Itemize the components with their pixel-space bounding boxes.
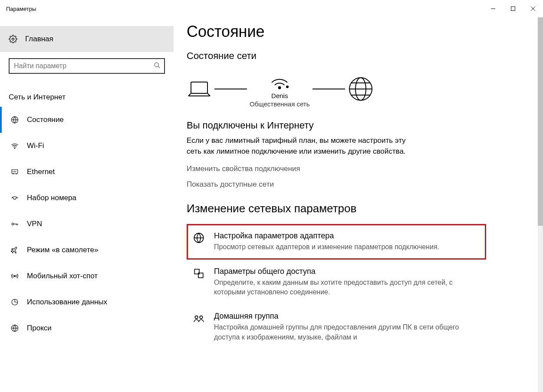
maximize-button[interactable] (503, 2, 523, 16)
nav-item-data-usage[interactable]: Использование данных (0, 289, 174, 315)
svg-line-6 (158, 66, 160, 68)
nav-item-vpn[interactable]: VPN (0, 211, 174, 237)
laptop-icon (187, 79, 212, 99)
nav-item-label: Набор номера (27, 194, 76, 202)
network-name: Denis (271, 92, 288, 99)
connected-heading: Вы подключены к Интернету (187, 120, 530, 131)
globe-icon (10, 116, 19, 124)
network-diagram: Denis Общественная сеть (187, 70, 530, 108)
search-icon (154, 62, 161, 70)
nav-item-label: Режим «в самолете» (27, 246, 98, 254)
page-title: Состояние (187, 23, 530, 41)
minimize-icon (490, 6, 496, 11)
proxy-icon (10, 324, 19, 332)
sidebar: Главная Сеть и Интернет Состояние (0, 17, 174, 392)
titlebar: Параметры (0, 0, 543, 17)
gear-icon (9, 35, 17, 43)
svg-point-9 (14, 148, 15, 149)
connection-line (313, 89, 345, 89)
option-adapter-settings[interactable]: Настройка параметров адаптера Просмотр с… (187, 224, 486, 259)
close-icon (530, 6, 536, 11)
search-input[interactable] (9, 58, 165, 74)
change-settings-heading: Изменение сетевых параметров (187, 202, 530, 215)
adapter-icon (192, 231, 205, 252)
nav-items: Состояние Wi-Fi Ethernet Набор номера (0, 107, 174, 341)
svg-point-32 (200, 316, 203, 319)
search-row (0, 52, 174, 80)
wifi-icon (10, 142, 19, 150)
vpn-icon (10, 220, 19, 228)
nav-item-ethernet[interactable]: Ethernet (0, 159, 174, 185)
maximize-icon (510, 6, 516, 11)
nav-item-label: Прокси (27, 324, 52, 333)
svg-point-16 (12, 223, 14, 225)
nav-item-label: Ethernet (27, 168, 55, 176)
option-desc: Просмотр сетевых адаптеров и изменение п… (214, 242, 480, 252)
option-desc: Настройка домашней группы для предоставл… (214, 323, 480, 342)
connection-line (214, 89, 247, 89)
option-homegroup[interactable]: Домашняя группа Настройка домашней групп… (187, 304, 486, 349)
data-usage-icon (10, 298, 19, 306)
svg-rect-1 (511, 7, 515, 11)
svg-point-31 (195, 316, 198, 319)
nav-item-status[interactable]: Состояние (0, 107, 174, 133)
nav-item-label: Wi-Fi (27, 142, 44, 150)
homegroup-icon (192, 312, 205, 342)
svg-point-22 (279, 87, 281, 89)
nav-item-label: Состояние (27, 115, 64, 124)
svg-point-23 (286, 86, 289, 88)
option-sharing-settings[interactable]: Параметры общего доступа Определите, к к… (187, 260, 486, 305)
link-change-connection-properties[interactable]: Изменить свойства подключения (187, 165, 530, 173)
scrollbar-thumb[interactable] (538, 17, 543, 226)
network-type: Общественная сеть (250, 100, 310, 108)
option-title: Настройка параметров адаптера (214, 231, 480, 240)
scrollbar[interactable] (538, 17, 543, 392)
airplane-icon (10, 246, 19, 254)
nav-item-label: VPN (27, 220, 42, 228)
globe-large-icon (348, 76, 374, 102)
main-content: Состояние Состояние сети Denis Обществен… (174, 17, 543, 392)
nav-item-dialup[interactable]: Набор номера (0, 185, 174, 211)
svg-point-5 (155, 63, 158, 67)
close-button[interactable] (523, 2, 543, 16)
connected-description: Если у вас лимитный тарифный план, вы мо… (187, 135, 412, 157)
nav-item-airplane[interactable]: Режим «в самолете» (0, 237, 174, 263)
nav-item-hotspot[interactable]: Мобильный хот-спот (0, 263, 174, 289)
svg-point-4 (12, 38, 14, 40)
nav-item-label: Использование данных (27, 298, 107, 306)
option-title: Параметры общего доступа (214, 267, 480, 276)
dialup-icon (10, 194, 19, 202)
nav-item-label: Мобильный хот-спот (27, 272, 98, 280)
window-title: Параметры (6, 6, 36, 12)
hotspot-icon (10, 272, 19, 280)
svg-point-17 (14, 276, 16, 277)
option-title: Домашняя группа (214, 312, 480, 321)
option-desc: Определите, к каким данным вы хотите пре… (214, 278, 480, 297)
nav-home[interactable]: Главная (0, 26, 174, 52)
sidebar-section-title: Сеть и Интернет (0, 80, 174, 107)
ethernet-icon (10, 168, 19, 176)
svg-rect-10 (12, 170, 18, 174)
svg-rect-21 (191, 82, 207, 93)
nav-item-proxy[interactable]: Прокси (0, 315, 174, 341)
nav-home-label: Главная (25, 35, 53, 43)
minimize-button[interactable] (483, 2, 503, 16)
wifi-signal-icon (269, 70, 290, 89)
link-show-available-networks[interactable]: Показать доступные сети (187, 180, 530, 189)
network-status-heading: Состояние сети (187, 50, 530, 62)
nav-item-wifi[interactable]: Wi-Fi (0, 133, 174, 159)
window-controls (483, 2, 543, 16)
sharing-icon (192, 267, 205, 297)
